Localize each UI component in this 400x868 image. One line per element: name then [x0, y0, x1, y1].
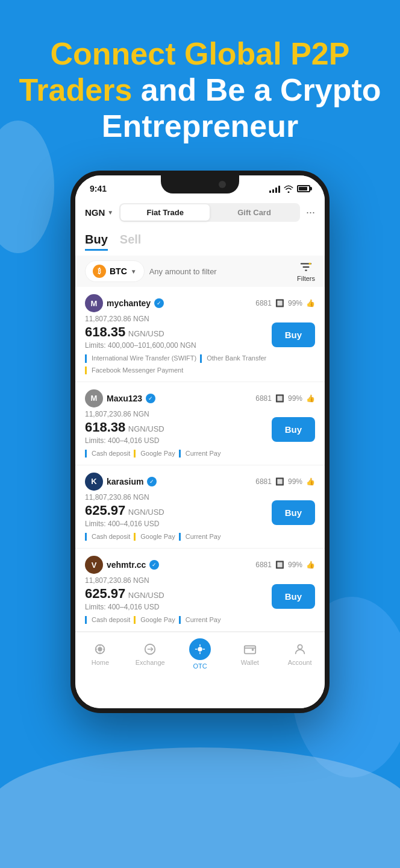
trader-name: karasium: [107, 477, 143, 486]
tab-fiat-trade[interactable]: Fiat Trade: [120, 204, 210, 221]
order-count: 6881: [255, 299, 272, 307]
completion-rate: 99%: [288, 561, 302, 569]
trader-price-row: 11,807,230.86 NGN 618.38 NGN/USD Limits:…: [85, 410, 315, 445]
hero-line2-white: and Be a Crypto: [132, 72, 381, 107]
payment-tag: Cash deposit: [85, 616, 130, 624]
trader-price-info: 11,807,230.86 NGN 618.38 NGN/USD Limits:…: [85, 410, 272, 445]
trader-price-row: 11,807,230.86 NGN 618.35 NGN/USD Limits:…: [85, 315, 315, 350]
trader-volume: 11,807,230.86 NGN: [85, 315, 272, 323]
order-icon: 🔲: [275, 394, 284, 403]
payment-tag: Google Pay: [134, 616, 175, 624]
verified-badge: ✓: [154, 298, 164, 308]
buy-tab[interactable]: Buy: [85, 233, 108, 251]
payment-tags: Cash depositGoogle PayCurrent Pay: [85, 616, 315, 624]
camera: [219, 181, 226, 188]
trader-name: mychantey: [107, 298, 151, 308]
trader-limits: Limits: 400–4,016 USD: [85, 520, 272, 528]
currency-selector[interactable]: NGN ▼: [85, 207, 113, 218]
trader-avatar: V: [85, 556, 103, 574]
trader-limits: Limits: 400–4,016 USD: [85, 603, 272, 611]
nav-item-home[interactable]: Home: [75, 642, 125, 666]
trader-volume: 11,807,230.86 NGN: [85, 410, 272, 418]
thumb-icon: 👍: [306, 477, 315, 486]
payment-tags: Cash depositGoogle PayCurrent Pay: [85, 450, 315, 458]
filter-bar: ₿ BTC ▼ Filters: [75, 256, 325, 287]
tab-group: Fiat Trade Gift Card: [119, 203, 300, 222]
trader-price: 618.35: [85, 324, 125, 339]
nav-label: Home: [92, 659, 109, 666]
trader-card: M mychantey ✓ 6881 🔲 99% 👍 11,807,230.86…: [75, 287, 325, 382]
order-icon: 🔲: [275, 477, 284, 486]
amount-filter-input[interactable]: [149, 267, 292, 276]
trader-header: M Maxu123 ✓ 6881 🔲 99% 👍: [85, 389, 315, 407]
thumb-icon: 👍: [306, 561, 315, 569]
order-icon: 🔲: [275, 299, 284, 307]
trader-header: M mychantey ✓ 6881 🔲 99% 👍: [85, 294, 315, 312]
svg-point-6: [298, 645, 302, 649]
wallet-icon: [243, 642, 257, 656]
payment-tag: Current Pay: [179, 450, 221, 458]
trader-price: 625.97: [85, 586, 125, 601]
price-unit: NGN/USD: [128, 591, 164, 600]
crypto-label: BTC: [110, 266, 127, 276]
tab-gift-card[interactable]: Gift Card: [210, 204, 299, 221]
hero-section: Connect Global P2P Traders and Be a Cryp…: [0, 0, 400, 165]
wifi-icon: [283, 184, 294, 193]
phone-content: NGN ▼ Fiat Trade Gift Card ··· Buy Sell …: [75, 197, 325, 713]
filter-icon: [299, 260, 313, 274]
price-unit: NGN/USD: [128, 424, 164, 433]
chevron-down-icon: ▼: [107, 209, 113, 216]
btc-icon: ₿: [93, 265, 106, 278]
trader-name-group: K karasium ✓: [85, 473, 157, 491]
trader-avatar: K: [85, 473, 103, 491]
buy-button[interactable]: Buy: [272, 584, 315, 609]
trader-price: 618.38: [85, 420, 125, 435]
trader-stats: 6881 🔲 99% 👍: [255, 299, 315, 307]
trader-volume: 11,807,230.86 NGN: [85, 576, 272, 585]
verified-badge: ✓: [149, 560, 159, 570]
phone-frame: 9:41: [70, 171, 330, 713]
trader-card: M Maxu123 ✓ 6881 🔲 99% 👍 11,807,230.86 N…: [75, 382, 325, 465]
completion-rate: 99%: [288, 394, 302, 403]
trader-card: K karasium ✓ 6881 🔲 99% 👍 11,807,230.86 …: [75, 465, 325, 549]
trader-name: Maxu123: [107, 394, 142, 403]
thumb-icon: 👍: [306, 299, 315, 307]
buy-button[interactable]: Buy: [272, 322, 315, 347]
nav-label: Wallet: [241, 659, 259, 666]
nav-label: OTC: [193, 662, 207, 670]
trader-price-display: 625.97 NGN/USD: [85, 503, 272, 518]
otc-icon: [189, 638, 211, 660]
payment-tag: Google Pay: [134, 533, 175, 541]
hero-line2-yellow: Traders: [19, 72, 132, 107]
more-options-icon[interactable]: ···: [306, 206, 315, 219]
hero-line3: Entrepreneur: [102, 108, 299, 143]
crypto-selector[interactable]: ₿ BTC ▼: [85, 260, 145, 282]
trader-volume: 11,807,230.86 NGN: [85, 493, 272, 502]
filters-button[interactable]: Filters: [297, 260, 315, 282]
nav-item-exchange[interactable]: Exchange: [125, 642, 175, 666]
trader-header: K karasium ✓ 6881 🔲 99% 👍: [85, 473, 315, 491]
phone-notch: [161, 175, 239, 193]
trader-card: V vehmtr.cc ✓ 6881 🔲 99% 👍 11,807,230.86…: [75, 549, 325, 632]
svg-point-4: [198, 647, 202, 652]
status-icons: [269, 184, 310, 193]
trader-stats: 6881 🔲 99% 👍: [255, 477, 315, 486]
payment-tag: Other Bank Transfer: [200, 354, 266, 362]
nav-item-otc[interactable]: OTC: [175, 638, 225, 670]
trader-stats: 6881 🔲 99% 👍: [255, 394, 315, 403]
nav-label: Account: [288, 659, 312, 666]
buy-button[interactable]: Buy: [272, 500, 315, 525]
nav-item-account[interactable]: Account: [275, 642, 325, 666]
trader-avatar: M: [85, 389, 103, 407]
buy-button[interactable]: Buy: [272, 417, 315, 442]
sell-tab[interactable]: Sell: [120, 233, 142, 251]
order-icon: 🔲: [275, 561, 284, 569]
trader-name: vehmtr.cc: [107, 560, 146, 570]
trader-price-row: 11,807,230.86 NGN 625.97 NGN/USD Limits:…: [85, 576, 315, 611]
wave-decoration-bottom: [0, 747, 400, 868]
nav-item-wallet[interactable]: Wallet: [225, 642, 275, 666]
trader-limits: Limits: 400,000–101,600,000 NGN: [85, 341, 272, 350]
payment-tag: Cash deposit: [85, 533, 130, 541]
trader-name-group: M mychantey ✓: [85, 294, 164, 312]
payment-tag: Cash deposit: [85, 450, 130, 458]
